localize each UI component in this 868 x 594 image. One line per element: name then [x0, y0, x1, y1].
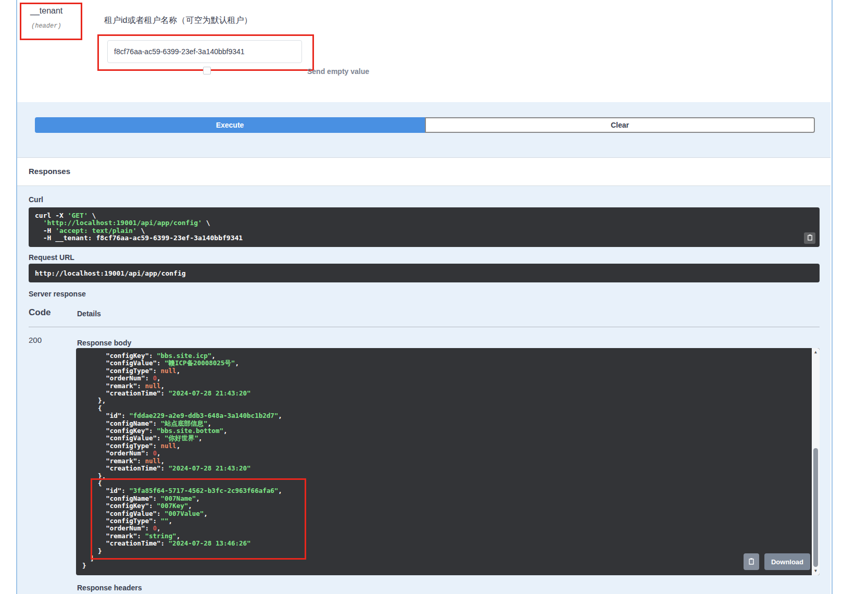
response-body-block: "configKey": "bbs.site.icp", "configValu… [76, 348, 820, 575]
send-empty-checkbox[interactable] [203, 67, 211, 75]
code-line: "id": "fddae229-a2e9-ddb3-648a-3a140bc1b… [82, 412, 813, 419]
curl-command-block: curl -X 'GET' \ 'http://localhost:19001/… [29, 207, 820, 247]
code-line: } [82, 562, 813, 570]
details-column-header: Details [77, 310, 101, 318]
scrollbar-thumb[interactable] [813, 448, 818, 567]
table-header-divider [29, 327, 820, 327]
status-code: 200 [29, 336, 42, 344]
code-line: "configType": null, [82, 367, 813, 375]
request-url-block: http://localhost:19001/api/app/config [29, 264, 820, 282]
code-line: 'http://localhost:19001/api/app/config' … [35, 219, 813, 227]
code-line: -H 'accept: text/plain' \ [35, 227, 813, 234]
code-line: "remark": null, [82, 457, 813, 465]
code-line: { [82, 405, 813, 412]
server-response-label: Server response [29, 290, 86, 298]
response-body-scrollbar[interactable]: ▲ ▼ [812, 348, 820, 575]
clipboard-icon [807, 233, 813, 243]
scroll-down-icon[interactable]: ▼ [812, 568, 820, 574]
curl-label: Curl [29, 195, 43, 204]
request-url-label: Request URL [29, 253, 74, 262]
parameter-description: 租户id或者租户名称（可空为默认租户） [104, 15, 252, 26]
annotation-box-json-object [91, 478, 306, 560]
response-body-label: Response body [77, 339, 131, 347]
code-line: "configValue": "你好世界", [82, 435, 813, 442]
copy-curl-button[interactable] [804, 232, 815, 244]
code-line: "configKey": "bbs.site.icp", [82, 352, 813, 360]
response-headers-label: Response headers [77, 584, 142, 592]
annotation-box-input [97, 34, 314, 71]
responses-title: Responses [29, 167, 70, 176]
code-column-header: Code [29, 307, 51, 318]
execute-button[interactable]: Execute [35, 117, 425, 133]
request-url-value: http://localhost:19001/api/app/config [35, 269, 186, 277]
code-line: "orderNum": 0, [82, 450, 813, 457]
code-line: "configType": null, [82, 442, 813, 450]
copy-response-button[interactable] [744, 553, 759, 570]
download-button[interactable]: Download [764, 553, 810, 570]
divider [17, 157, 831, 158]
code-line: "configName": "站点底部信息", [82, 420, 813, 427]
code-line: "remark": null, [82, 382, 813, 390]
scroll-up-icon[interactable]: ▲ [812, 349, 820, 355]
annotation-box-parameter [20, 3, 82, 40]
clipboard-icon [748, 558, 755, 566]
swagger-operation-panel: __tenant (header) 租户id或者租户名称（可空为默认租户） Se… [0, 0, 868, 594]
code-line: "configKey": "bbs.site.bottom", [82, 427, 813, 435]
code-line: "orderNum": 0, [82, 375, 813, 382]
code-line: "configValue": "赣ICP备20008025号", [82, 360, 813, 367]
code-line: "creationTime": "2024-07-28 21:43:20" [82, 390, 813, 397]
code-line: -H __tenant: f8cf76aa-ac59-6399-23ef-3a1… [35, 234, 813, 242]
code-line: "creationTime": "2024-07-28 21:43:20" [82, 465, 813, 472]
send-empty-label: Send empty value [307, 67, 369, 76]
code-line: curl -X 'GET' \ [35, 212, 813, 219]
clear-button[interactable]: Clear [425, 117, 815, 133]
code-line: }, [82, 397, 813, 404]
